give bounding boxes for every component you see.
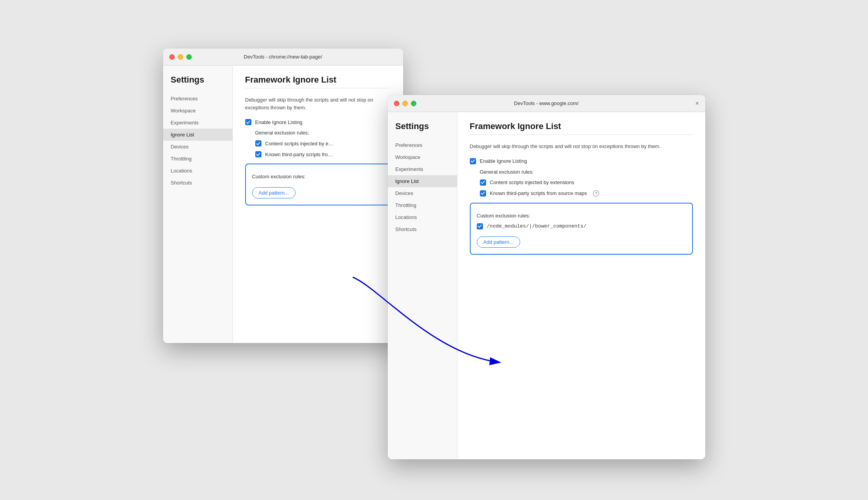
window-body-back: Settings Preferences Workspace Experimen… <box>163 66 403 343</box>
general-excl-label-front: General exclusion rules: <box>480 169 693 175</box>
pattern-text-front: /node_modules/|/bower_components/ <box>487 223 586 229</box>
rule1-row-back: Content scripts injected by e… <box>255 140 391 147</box>
traffic-lights-front <box>394 101 416 106</box>
titlebar-title-back: DevTools - chrome://new-tab-page/ <box>244 54 322 60</box>
window-back: DevTools - chrome://new-tab-page/ Settin… <box>163 48 403 343</box>
traffic-lights-back <box>169 54 192 60</box>
rule2-label-front: Known third-party scripts from source ma… <box>490 190 587 196</box>
custom-excl-label-front: Custom exclusion rules: <box>477 213 686 219</box>
rule2-row-front: Known third-party scripts from source ma… <box>480 190 693 197</box>
rule1-label-back: Content scripts injected by e… <box>265 141 333 147</box>
sidebar-back: Settings Preferences Workspace Experimen… <box>163 66 233 343</box>
content-desc-front: Debugger will skip through the scripts a… <box>470 143 693 150</box>
divider-front <box>470 134 693 135</box>
rule2-row-back: Known third-party scripts fro… <box>255 151 391 157</box>
sidebar-item-throttling-back[interactable]: Throttling <box>163 153 232 165</box>
sidebar-item-ignorelist-front[interactable]: Ignore List <box>388 175 457 187</box>
sidebar-item-devices-front[interactable]: Devices <box>388 187 457 199</box>
sidebar-item-experiments-back[interactable]: Experiments <box>163 117 232 129</box>
sidebar-item-workspace-front[interactable]: Workspace <box>388 151 457 163</box>
add-pattern-button-back[interactable]: Add pattern... <box>252 187 296 198</box>
sidebar-item-shortcuts-back[interactable]: Shortcuts <box>163 177 232 189</box>
pattern-checkbox-front[interactable] <box>477 223 483 229</box>
content-title-front: Framework Ignore List <box>470 121 693 131</box>
rule1-checkbox-back[interactable] <box>255 140 261 147</box>
content-title-back: Framework Ignore List <box>245 75 391 85</box>
sidebar-item-experiments-front[interactable]: Experiments <box>388 163 457 175</box>
minimize-button-back[interactable] <box>178 54 183 60</box>
window-body-front: Settings Preferences Workspace Experimen… <box>388 112 705 459</box>
sidebar-item-preferences-front[interactable]: Preferences <box>388 139 457 151</box>
sub-section-back: General exclusion rules: Content scripts… <box>255 130 391 157</box>
enable-ignore-label-back: Enable Ignore Listing <box>255 119 303 125</box>
titlebar-back: DevTools - chrome://new-tab-page/ <box>163 48 403 66</box>
add-pattern-button-front[interactable]: Add pattern... <box>477 236 520 248</box>
enable-ignore-row-front: Enable Ignore Listing <box>470 158 693 164</box>
content-desc-back: Debugger will skip through the scripts a… <box>245 96 391 111</box>
titlebar-title-front: DevTools - www.google.com/ <box>514 100 579 106</box>
titlebar-front: DevTools - www.google.com/ × <box>388 95 705 112</box>
maximize-button-back[interactable] <box>186 54 192 60</box>
help-icon-front: ? <box>593 190 599 197</box>
enable-ignore-checkbox-back[interactable] <box>245 119 251 125</box>
close-button-back[interactable] <box>169 54 175 60</box>
sidebar-heading-front: Settings <box>388 121 457 139</box>
sidebar-front: Settings Preferences Workspace Experimen… <box>388 112 457 459</box>
window-front: DevTools - www.google.com/ × Settings Pr… <box>388 95 705 459</box>
divider-back <box>245 88 391 88</box>
maximize-button-front[interactable] <box>411 101 416 106</box>
rule2-label-back: Known third-party scripts fro… <box>265 152 333 157</box>
exclusion-box-back: Custom exclusion rules: Add pattern... <box>245 164 391 205</box>
sidebar-item-devices-back[interactable]: Devices <box>163 141 232 153</box>
sub-section-front: General exclusion rules: Content scripts… <box>480 169 693 197</box>
rule2-checkbox-back[interactable] <box>255 151 261 157</box>
sidebar-item-shortcuts-front[interactable]: Shortcuts <box>388 223 457 235</box>
rule1-label-front: Content scripts injected by extensions <box>490 179 574 185</box>
sidebar-item-throttling-front[interactable]: Throttling <box>388 199 457 211</box>
rule2-checkbox-front[interactable] <box>480 190 486 197</box>
rule1-checkbox-front[interactable] <box>480 179 486 186</box>
main-content-back: Framework Ignore List Debugger will skip… <box>233 66 403 343</box>
sidebar-item-preferences-back[interactable]: Preferences <box>163 93 232 105</box>
custom-excl-label-back: Custom exclusion rules: <box>252 174 384 179</box>
close-button-front[interactable] <box>394 101 399 106</box>
enable-ignore-label-front: Enable Ignore Listing <box>480 158 527 164</box>
enable-ignore-row-back: Enable Ignore Listing <box>245 119 391 125</box>
sidebar-heading-back: Settings <box>163 75 232 93</box>
enable-ignore-checkbox-front[interactable] <box>470 158 476 164</box>
sidebar-item-workspace-back[interactable]: Workspace <box>163 105 232 117</box>
sidebar-item-locations-back[interactable]: Locations <box>163 165 232 177</box>
general-excl-label-back: General exclusion rules: <box>255 130 391 136</box>
rule1-row-front: Content scripts injected by extensions <box>480 179 693 186</box>
exclusion-box-front: Custom exclusion rules: /node_modules/|/… <box>470 203 693 255</box>
sidebar-item-locations-front[interactable]: Locations <box>388 211 457 223</box>
main-content-front: Framework Ignore List Debugger will skip… <box>457 112 705 459</box>
minimize-button-front[interactable] <box>402 101 408 106</box>
pattern-entry-front: /node_modules/|/bower_components/ <box>477 223 686 229</box>
titlebar-close-icon-front[interactable]: × <box>695 100 699 107</box>
sidebar-item-ignorelist-back[interactable]: Ignore List <box>163 129 232 141</box>
